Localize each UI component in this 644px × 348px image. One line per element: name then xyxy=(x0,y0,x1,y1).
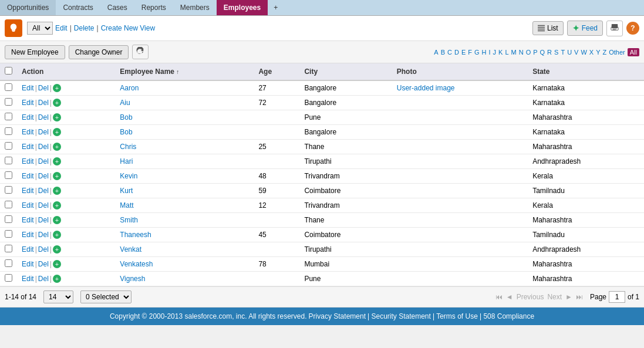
del-link[interactable]: Del xyxy=(38,231,49,239)
prev-page-icon[interactable]: ◄ xyxy=(506,293,513,301)
row-checkbox[interactable] xyxy=(5,274,12,282)
previous-button[interactable]: Previous xyxy=(517,293,544,301)
edit-link[interactable]: Edit xyxy=(22,113,34,121)
terms-link[interactable]: Terms of Use xyxy=(436,312,478,320)
nav-plus-button[interactable]: + xyxy=(268,0,284,15)
alpha-K[interactable]: K xyxy=(497,48,504,56)
employee-name-link[interactable]: Thaneesh xyxy=(120,231,151,239)
row-checkbox[interactable] xyxy=(5,215,12,223)
employee-name-link[interactable]: Bob xyxy=(120,113,132,121)
edit-link[interactable]: Edit xyxy=(22,187,34,195)
view-selector[interactable]: All xyxy=(27,22,53,35)
add-row-button[interactable]: + xyxy=(53,113,61,121)
employee-name-link[interactable]: Chris xyxy=(120,143,136,151)
alpha-D[interactable]: D xyxy=(453,48,460,56)
alpha-G[interactable]: G xyxy=(473,48,481,56)
nav-members[interactable]: Members xyxy=(173,0,217,15)
refresh-button[interactable] xyxy=(132,45,149,59)
alpha-C[interactable]: C xyxy=(446,48,453,56)
edit-link[interactable]: Edit xyxy=(22,201,34,210)
add-row-button[interactable]: + xyxy=(53,187,61,195)
row-checkbox[interactable] xyxy=(5,201,12,208)
new-employee-button[interactable]: New Employee xyxy=(5,45,65,59)
alpha-other[interactable]: Other xyxy=(608,48,626,56)
edit-view-link[interactable]: Edit xyxy=(55,24,68,32)
next-page-icon[interactable]: ► xyxy=(565,293,572,301)
del-link[interactable]: Del xyxy=(38,187,49,195)
row-checkbox[interactable] xyxy=(5,186,12,194)
add-row-button[interactable]: + xyxy=(53,99,61,107)
del-link[interactable]: Del xyxy=(38,201,49,210)
del-link[interactable]: Del xyxy=(38,99,49,107)
edit-link[interactable]: Edit xyxy=(22,143,34,151)
add-row-button[interactable]: + xyxy=(53,216,61,224)
delete-view-link[interactable]: Delete xyxy=(74,24,95,32)
help-button[interactable]: ? xyxy=(626,22,639,35)
change-owner-button[interactable]: Change Owner xyxy=(69,45,129,59)
del-link[interactable]: Del xyxy=(38,84,49,92)
nav-cases[interactable]: Cases xyxy=(100,0,134,15)
del-link[interactable]: Del xyxy=(38,128,49,136)
add-row-button[interactable]: + xyxy=(53,172,61,180)
nav-contracts[interactable]: Contracts xyxy=(56,0,100,15)
del-link[interactable]: Del xyxy=(38,143,49,151)
row-checkbox[interactable] xyxy=(5,83,12,91)
del-link[interactable]: Del xyxy=(38,172,49,180)
employee-name-link[interactable]: Matt xyxy=(120,201,133,210)
alpha-M[interactable]: M xyxy=(510,48,518,56)
add-row-button[interactable]: + xyxy=(53,143,61,151)
edit-link[interactable]: Edit xyxy=(22,157,34,165)
selected-count[interactable]: 0 Selected xyxy=(80,290,132,303)
del-link[interactable]: Del xyxy=(38,216,49,224)
records-per-page[interactable]: 14 25 50 100 xyxy=(43,290,73,303)
feed-view-button[interactable]: ✦ Feed xyxy=(567,21,603,36)
add-row-button[interactable]: + xyxy=(53,260,61,268)
employee-name-link[interactable]: Hari xyxy=(120,157,133,165)
employee-name-link[interactable]: Aaron xyxy=(120,84,139,92)
alpha-J[interactable]: J xyxy=(492,48,498,56)
row-checkbox[interactable] xyxy=(5,113,12,120)
alpha-U[interactable]: U xyxy=(566,48,573,56)
alpha-L[interactable]: L xyxy=(504,48,510,56)
alpha-P[interactable]: P xyxy=(532,48,538,56)
edit-link[interactable]: Edit xyxy=(22,216,34,224)
add-row-button[interactable]: + xyxy=(53,231,61,239)
edit-link[interactable]: Edit xyxy=(22,99,34,107)
alpha-all[interactable]: All xyxy=(628,48,639,56)
alpha-O[interactable]: O xyxy=(525,48,532,56)
row-checkbox[interactable] xyxy=(5,245,12,252)
del-link[interactable]: Del xyxy=(38,245,49,254)
alpha-S[interactable]: S xyxy=(553,48,559,56)
employee-name-link[interactable]: Kevin xyxy=(120,172,137,180)
row-checkbox[interactable] xyxy=(5,157,12,164)
alpha-W[interactable]: W xyxy=(579,48,588,56)
edit-link[interactable]: Edit xyxy=(22,260,34,268)
alpha-H[interactable]: H xyxy=(481,48,488,56)
del-link[interactable]: Del xyxy=(38,275,49,283)
employee-name-link[interactable]: Venkatesh xyxy=(120,260,153,268)
next-button[interactable]: Next xyxy=(547,293,562,301)
edit-link[interactable]: Edit xyxy=(22,245,34,254)
select-all-checkbox[interactable] xyxy=(5,67,12,75)
row-checkbox[interactable] xyxy=(5,259,12,267)
col-employee-name[interactable]: Employee Name xyxy=(115,63,254,80)
alpha-Y[interactable]: Y xyxy=(595,48,601,56)
first-page-icon[interactable]: ⏮ xyxy=(495,293,503,301)
del-link[interactable]: Del xyxy=(38,260,49,268)
employee-name-link[interactable]: Bob xyxy=(120,128,132,136)
print-button[interactable] xyxy=(606,21,623,36)
edit-link[interactable]: Edit xyxy=(22,172,34,180)
compliance-link[interactable]: 508 Compliance xyxy=(483,312,534,320)
add-row-button[interactable]: + xyxy=(53,275,61,283)
add-row-button[interactable]: + xyxy=(53,245,61,254)
employee-name-link[interactable]: Smith xyxy=(120,216,138,224)
list-view-button[interactable]: List xyxy=(532,21,564,35)
add-row-button[interactable]: + xyxy=(53,157,61,165)
row-checkbox[interactable] xyxy=(5,142,12,150)
row-checkbox[interactable] xyxy=(5,98,12,106)
nav-opportunities[interactable]: Opportunities xyxy=(0,0,56,15)
last-page-icon[interactable]: ⏭ xyxy=(576,293,583,301)
add-row-button[interactable]: + xyxy=(53,128,61,136)
employee-name-link[interactable]: Aiu xyxy=(120,99,130,107)
alpha-F[interactable]: F xyxy=(467,48,473,56)
